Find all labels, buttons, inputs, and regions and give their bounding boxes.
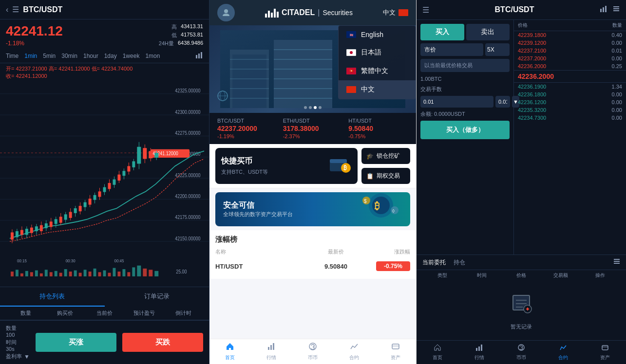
nav-home-label: 首页 — [225, 354, 235, 361]
orderbook-header: 价格 数量 — [514, 20, 626, 31]
middle-panel: CITADEL | Securities 中文 🇬🇧 English 日本語 — [209, 0, 417, 364]
right-futures-icon — [559, 344, 567, 353]
time-tab-1min[interactable]: 1min — [24, 53, 37, 59]
tab-orders[interactable]: 订单记录 — [105, 287, 209, 307]
right-nav-assets-label: 资产 — [600, 354, 610, 361]
nav-market[interactable]: 行情 — [251, 342, 292, 361]
orders-list-icon[interactable] — [613, 258, 620, 267]
high-label: 高 — [171, 23, 177, 31]
ob-ask-row[interactable]: 42239.1800 0.40 — [514, 31, 626, 39]
svg-rect-0 — [196, 55, 197, 58]
leverage-select[interactable]: 5X 10X 20X — [485, 43, 510, 56]
time-tab-1week[interactable]: 1week — [123, 53, 140, 59]
ob-ask-row[interactable]: 42236.2000 0.25 — [514, 62, 626, 70]
lang-selector[interactable]: 中文 — [383, 8, 408, 17]
gainer-row-ht[interactable]: HT/USDT 9.50840 -0.75% — [215, 258, 410, 274]
user-avatar[interactable] — [217, 4, 235, 21]
right-panel: ☰ BTC/USDT 买入 卖出 市价 限价 5X — [417, 0, 626, 364]
right-nav-market[interactable]: 行情 — [458, 344, 500, 361]
gainers-col-change: 涨跌幅 — [376, 248, 410, 255]
time-tab-1hour[interactable]: 1hour — [83, 53, 98, 59]
chart-type-icon[interactable] — [195, 51, 203, 61]
svg-text:42150.00000: 42150.00000 — [175, 236, 201, 241]
tab-holdings[interactable]: 持仓列表 — [0, 287, 105, 307]
ticker-btc[interactable]: BTC/USDT 42237.20000 -1.19% — [217, 118, 277, 139]
dot-3[interactable] — [314, 106, 317, 109]
back-icon[interactable]: ‹ — [6, 5, 8, 14]
right-nav-home[interactable]: 首页 — [417, 344, 458, 361]
right-nav-futures[interactable]: 合约 — [542, 344, 584, 361]
orders-tab-holdings[interactable]: 持仓 — [454, 258, 465, 267]
buy-down-button[interactable]: 买跌 — [122, 333, 203, 352]
options-trading-button[interactable]: 📋 期权交易 — [361, 168, 410, 184]
fee-row: 交易手数 — [420, 86, 510, 93]
right-nav-coins-label: 币币 — [516, 354, 526, 361]
ob-bid-row[interactable]: 42236.1900 1.34 — [514, 83, 626, 91]
order-sell-tab[interactable]: 卖出 — [466, 24, 510, 40]
dot-4[interactable] — [319, 106, 322, 109]
time-tab-1day[interactable]: 1day — [104, 53, 117, 59]
volume-value: 6438.9486 — [178, 40, 203, 47]
lang-option-chinese[interactable]: 中文 — [339, 80, 416, 99]
order-type-select[interactable]: 市价 限价 — [420, 43, 483, 56]
col-buy-price: 购买价 — [45, 309, 85, 317]
right-nav-coins[interactable]: 币币 — [500, 344, 542, 361]
ob-ask-row[interactable]: 42239.1200 0.00 — [514, 39, 626, 47]
list-icon[interactable] — [612, 5, 620, 15]
nav-assets[interactable]: 资产 — [375, 342, 416, 361]
btc-amount-row: 1.00BTC — [420, 75, 510, 83]
svg-rect-160 — [614, 263, 620, 264]
ask-price-5: 42236.2000 — [518, 63, 570, 69]
lock-mining-label: 锁仓挖矿 — [377, 152, 400, 160]
lock-mining-button[interactable]: 🎓 锁仓挖矿 — [361, 148, 410, 164]
right-nav-assets[interactable]: 资产 — [584, 344, 626, 361]
lang-option-english[interactable]: 🇬🇧 English — [339, 26, 416, 43]
ob-ask-row[interactable]: 42237.2100 0.01 — [514, 47, 626, 55]
coins-icon — [308, 342, 317, 353]
buy-up-button[interactable]: 买涨 — [36, 333, 116, 352]
right-pair-title: BTC/USDT — [495, 5, 534, 14]
quick-side-btns: 🎓 锁仓挖矿 📋 期权交易 — [361, 148, 410, 184]
fee-input-1[interactable] — [420, 96, 493, 108]
quick-buy-card[interactable]: 快捷买币 支持BTC、USDT等 ₿ — [215, 148, 358, 184]
orders-tab-current[interactable]: 当前委托 — [422, 258, 446, 267]
svg-rect-158 — [614, 259, 620, 260]
nav-coins[interactable]: 币币 — [292, 342, 334, 361]
logo-securities: Securities — [322, 9, 352, 17]
lang-option-traditional-chinese[interactable]: 🇭🇰 繁體中文 — [339, 62, 416, 80]
dot-1[interactable] — [304, 106, 307, 109]
lang-option-japanese[interactable]: 日本語 — [339, 43, 416, 62]
fee-input-2[interactable] — [495, 96, 510, 108]
nav-futures[interactable]: 合约 — [333, 342, 375, 361]
time-tab-1mon[interactable]: 1mon — [145, 53, 160, 59]
lang-japanese: 日本語 — [361, 48, 381, 57]
ob-bid-row[interactable]: 42235.3200 0.00 — [514, 106, 626, 114]
time-tab-5min[interactable]: 5min — [43, 53, 56, 59]
order-submit-button[interactable]: 买入（做多） — [420, 121, 510, 139]
ob-ask-row[interactable]: 42237.2000 0.00 — [514, 55, 626, 62]
high-value: 43413.31 — [181, 23, 203, 31]
time-tab-time[interactable]: Time — [6, 53, 19, 59]
svg-rect-99 — [79, 273, 82, 276]
order-buy-tab[interactable]: 买入 — [420, 24, 464, 40]
ob-bid-row[interactable]: 42236.1200 0.00 — [514, 98, 626, 106]
menu-icon[interactable]: ☰ — [12, 5, 19, 14]
svg-rect-154 — [605, 6, 607, 12]
ob-bid-row[interactable]: 42236.1800 0.00 — [514, 91, 626, 98]
dropdown-icon[interactable]: ▼ — [24, 353, 30, 360]
ticker-ht[interactable]: HT/USDT 9.50840 -0.75% — [348, 118, 408, 139]
futures-icon — [350, 342, 359, 353]
chart-icon[interactable] — [600, 5, 607, 15]
time-tab-30min[interactable]: 30min — [61, 53, 77, 59]
ob-bid-row[interactable]: 42234.7300 0.00 — [514, 114, 626, 122]
quick-btns-row: 快捷买币 支持BTC、USDT等 ₿ 🎓 锁仓挖矿 — [209, 144, 416, 188]
ticker-eth[interactable]: ETH/USDT 3178.38000 -2.37% — [283, 118, 343, 139]
nav-home[interactable]: 首页 — [209, 342, 251, 361]
dot-2[interactable] — [309, 106, 312, 109]
flag-tw-icon: 🇭🇰 — [346, 68, 356, 74]
options-icon: 📋 — [366, 173, 374, 180]
menu-icon-right[interactable]: ☰ — [422, 5, 429, 15]
promo-banner[interactable]: 安全可信 全球领先的数字资产交易平台 ₿ $ ◊ — [215, 192, 410, 226]
ask-price-1: 42239.1800 — [518, 32, 570, 38]
ticker-btc-change: -1.19% — [217, 133, 277, 139]
